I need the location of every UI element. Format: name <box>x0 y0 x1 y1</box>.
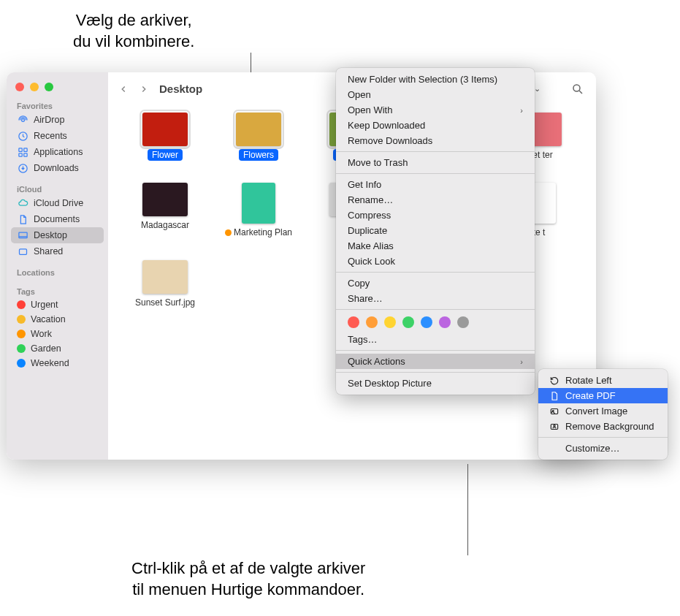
menu-label: Duplicate <box>348 225 387 236</box>
icloud-title: iCloud <box>7 182 108 195</box>
desktop-icon <box>17 229 28 241</box>
tag-color-purple[interactable] <box>439 316 451 328</box>
tag-color-row <box>336 313 535 332</box>
menu-item-tags[interactable]: Tags… <box>336 332 535 347</box>
menu-item-quick-actions[interactable]: Quick Actions› <box>336 354 535 369</box>
tag-dot-icon <box>17 315 26 324</box>
menu-label: Tags… <box>348 334 377 345</box>
sidebar-item-desktop[interactable]: Desktop <box>11 227 104 243</box>
sidebar-tag-garden[interactable]: Garden <box>7 341 108 356</box>
sidebar-item-documents[interactable]: Documents <box>7 211 108 227</box>
menu-label: Quick Look <box>348 256 395 267</box>
menu-item-share[interactable]: Share… <box>336 291 535 306</box>
sidebar-label: Vacation <box>31 314 66 324</box>
menu-label: Set Desktop Picture <box>348 378 432 389</box>
menu-item-trash[interactable]: Move to Trash <box>336 155 535 170</box>
sidebar-tag-work[interactable]: Work <box>7 327 108 341</box>
chevron-right-icon: › <box>520 357 523 366</box>
shared-icon <box>17 246 28 257</box>
submenu-item-rotate-left[interactable]: Rotate Left <box>538 373 668 388</box>
sidebar-label: iCloud Drive <box>34 198 83 208</box>
tag-color-blue[interactable] <box>421 316 432 328</box>
sidebar-item-icloud-drive[interactable]: iCloud Drive <box>7 195 108 211</box>
menu-item-open[interactable]: Open <box>336 87 535 102</box>
sidebar-label: Applications <box>34 147 83 157</box>
tag-color-red[interactable] <box>348 316 359 328</box>
sidebar-item-recents[interactable]: Recents <box>7 128 108 144</box>
quick-actions-submenu: Rotate Left Create PDF Convert Image Rem… <box>538 369 668 460</box>
menu-label: New Folder with Selection (3 Items) <box>348 74 497 85</box>
sidebar-label: AirDrop <box>34 115 64 125</box>
locations-title: Locations <box>7 265 108 278</box>
sidebar-tag-weekend[interactable]: Weekend <box>7 356 108 370</box>
file-label: Flower <box>148 149 183 161</box>
submenu-item-create-pdf[interactable]: Create PDF <box>538 388 668 403</box>
submenu-label: Customize… <box>565 443 619 454</box>
menu-label: Copy <box>348 278 370 289</box>
submenu-item-customize[interactable]: Customize… <box>538 441 668 456</box>
tag-color-yellow[interactable] <box>384 316 396 328</box>
menu-item-duplicate[interactable]: Duplicate <box>336 223 535 238</box>
menu-item-rename[interactable]: Rename… <box>336 192 535 208</box>
sidebar-label: Urgent <box>31 300 58 310</box>
tag-color-green[interactable] <box>402 316 414 328</box>
sidebar-item-airdrop[interactable]: AirDrop <box>7 112 108 128</box>
minimize-button[interactable] <box>30 83 39 91</box>
svg-point-27 <box>553 425 554 426</box>
file-label: Marketing Plan <box>221 227 297 238</box>
file-item[interactable]: Flowers <box>212 113 305 161</box>
removebg-icon <box>549 421 559 432</box>
doc-icon <box>17 213 28 225</box>
menu-item-compress[interactable]: Compress <box>336 208 535 223</box>
callout-bottom: Ctrl-klik på et af de valgte arkiver til… <box>131 558 365 600</box>
file-thumbnail <box>142 183 188 216</box>
search-button[interactable] <box>567 80 589 99</box>
sidebar-item-downloads[interactable]: Downloads <box>7 160 108 176</box>
menu-item-open-with[interactable]: Open With› <box>336 102 535 118</box>
file-item[interactable]: Madagascar <box>118 183 212 238</box>
sidebar-label: Documents <box>34 214 80 224</box>
svg-point-23 <box>573 85 580 91</box>
menu-label: Make Alias <box>348 240 394 251</box>
back-button[interactable] <box>115 81 131 97</box>
download-icon <box>17 162 28 174</box>
menu-label: Open With <box>348 104 392 115</box>
menu-label: Get Info <box>348 179 381 190</box>
menu-label: Rename… <box>348 194 393 205</box>
menu-item-get-info[interactable]: Get Info <box>336 177 535 192</box>
file-item[interactable]: Flower <box>118 113 212 161</box>
file-item[interactable]: Marketing Plan <box>212 183 305 238</box>
menu-item-make-alias[interactable]: Make Alias <box>336 238 535 254</box>
file-thumbnail <box>142 260 188 294</box>
menu-label: Share… <box>348 293 383 304</box>
callout-line-bottom <box>467 464 468 555</box>
submenu-label: Create PDF <box>565 390 616 401</box>
sidebar-tag-urgent[interactable]: Urgent <box>7 297 108 312</box>
menu-item-new-folder[interactable]: New Folder with Selection (3 Items) <box>336 72 535 87</box>
window-title: Desktop <box>159 83 202 95</box>
submenu-item-remove-background[interactable]: Remove Background <box>538 419 668 434</box>
menu-divider <box>336 350 535 351</box>
apps-icon <box>17 146 28 158</box>
forward-button[interactable] <box>136 81 152 97</box>
menu-item-remove-downloads[interactable]: Remove Downloads <box>336 133 535 148</box>
submenu-label: Convert Image <box>565 406 627 417</box>
svg-rect-3 <box>23 148 26 151</box>
svg-rect-2 <box>18 148 21 151</box>
menu-item-quick-look[interactable]: Quick Look <box>336 254 535 269</box>
close-button[interactable] <box>15 83 24 91</box>
menu-label: Move to Trash <box>348 157 408 168</box>
airdrop-icon <box>17 114 28 126</box>
menu-item-keep-downloaded[interactable]: Keep Downloaded <box>336 118 535 133</box>
sidebar-item-applications[interactable]: Applications <box>7 144 108 160</box>
menu-item-copy[interactable]: Copy <box>336 275 535 291</box>
zoom-button[interactable] <box>45 83 53 91</box>
tag-color-orange[interactable] <box>366 316 378 328</box>
submenu-item-convert-image[interactable]: Convert Image <box>538 403 668 419</box>
sidebar-tag-vacation[interactable]: Vacation <box>7 312 108 327</box>
sidebar-label: Weekend <box>31 358 69 368</box>
file-item[interactable]: Sunset Surf.jpg <box>118 260 212 308</box>
menu-item-set-desktop[interactable]: Set Desktop Picture <box>336 376 535 391</box>
sidebar-item-shared[interactable]: Shared <box>7 243 108 259</box>
tag-color-gray[interactable] <box>457 316 469 328</box>
